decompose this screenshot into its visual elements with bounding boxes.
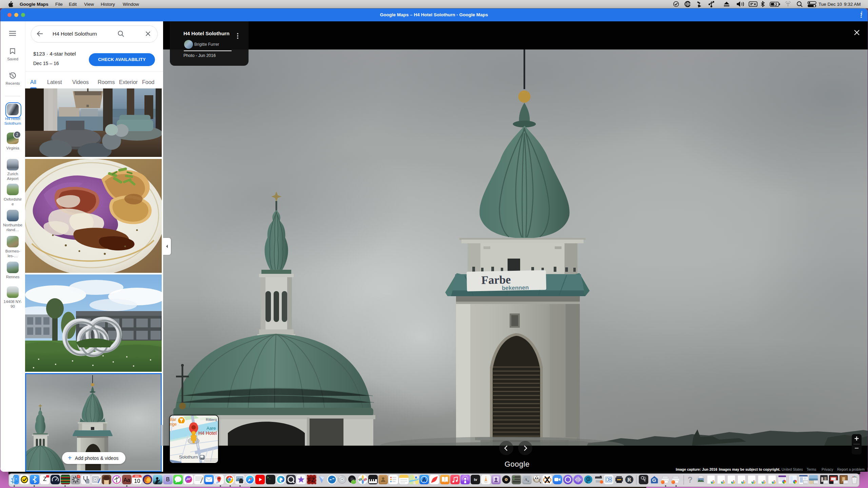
- svg-text:H4 Hotel: H4 Hotel: [198, 430, 217, 436]
- svg-text:Solothurn: Solothurn: [179, 454, 198, 460]
- svg-text:a: a: [528, 479, 529, 483]
- svg-text:Farbe: Farbe: [481, 273, 511, 286]
- svg-text:Ritterq: Ritterq: [206, 418, 217, 422]
- svg-text:Bar: Bar: [170, 417, 176, 422]
- svg-text:nge: nge: [170, 422, 177, 427]
- svg-text:Aare: Aare: [206, 426, 216, 431]
- svg-text:G: G: [652, 477, 656, 483]
- svg-text:R: R: [627, 477, 631, 483]
- svg-text:A: A: [525, 477, 528, 482]
- svg-text:bekennen: bekennen: [502, 284, 529, 291]
